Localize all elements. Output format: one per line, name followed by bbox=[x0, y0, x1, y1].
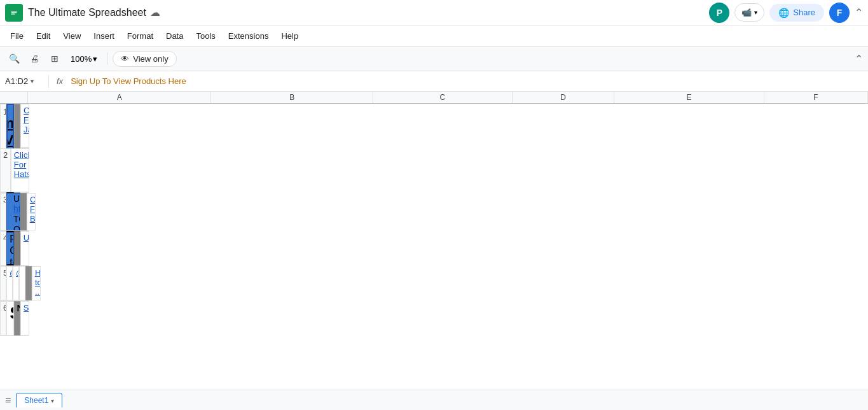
sheet-tab-sheet1[interactable]: Sheet1 ▾ bbox=[16, 393, 62, 407]
row-num-4: 4 bbox=[0, 231, 6, 265]
link-howto[interactable]: How to ... bbox=[35, 268, 41, 297]
cell-ref-dropdown[interactable]: ▾ bbox=[31, 78, 34, 85]
grid-table: 1 Sign Up To View Products Here Click Fo… bbox=[0, 104, 868, 336]
menu-format[interactable]: Format bbox=[122, 29, 158, 43]
fx-icon: fx bbox=[57, 76, 63, 86]
menu-bar: File Edit View Insert Format Data Tools … bbox=[0, 25, 868, 46]
sheet-tabs-bar: ≡ Sheet1 ▾ bbox=[0, 390, 868, 410]
meet-chevron: ▾ bbox=[754, 9, 757, 16]
row-num-2: 2 bbox=[0, 148, 11, 192]
share-label: Share bbox=[793, 8, 815, 17]
table-row: 1 Sign Up To View Products Here Click Fo… bbox=[0, 104, 29, 148]
formula-bar: A1:D2 ▾ fx Sign Up To View Products Here bbox=[0, 71, 868, 92]
eye-icon: 👁 bbox=[121, 54, 129, 64]
menu-edit[interactable]: Edit bbox=[31, 29, 55, 43]
link-su[interactable]: Su... bbox=[24, 303, 29, 313]
menu-view[interactable]: View bbox=[58, 29, 86, 43]
app-icon bbox=[5, 4, 23, 22]
cell-f1[interactable]: Click For Jackets bbox=[20, 104, 29, 148]
cell-b5c5[interactable]: @PandaBuyTrendz bbox=[13, 266, 19, 300]
row-num-6: 6 bbox=[0, 301, 6, 336]
cell-a5[interactable]: @PandaBuyTrendz bbox=[6, 266, 13, 300]
cell-f6[interactable]: Su... bbox=[20, 301, 29, 336]
user-avatar-teal[interactable]: P bbox=[709, 3, 729, 23]
pandabuy-text2: TO QC ITEMS YOURSELF FOR FREE! bbox=[13, 214, 20, 230]
meet-icon: 📹 bbox=[741, 8, 752, 17]
column-headers: A B C D E F bbox=[0, 92, 868, 104]
meet-button[interactable]: 📹 ▾ bbox=[734, 3, 764, 22]
cell-ref-text: A1:D2 bbox=[5, 76, 28, 86]
share-button[interactable]: 🌐 Share bbox=[769, 4, 824, 22]
print-button[interactable]: 🖨 bbox=[25, 50, 43, 67]
cell-a4d4: Press Control+F to find anything bbox=[6, 231, 14, 265]
menu-tools[interactable]: Tools bbox=[191, 29, 220, 43]
sheet-nav-hamburger[interactable]: ≡ bbox=[5, 395, 11, 406]
menu-file[interactable]: File bbox=[5, 29, 29, 43]
table-format-button[interactable]: ⊞ bbox=[46, 50, 64, 67]
pandabuy-text: USE bbox=[13, 194, 20, 204]
link-jackets[interactable]: Click For Jackets bbox=[24, 106, 29, 134]
doc-title: The Ultimate Spreadsheet bbox=[28, 7, 146, 18]
view-only-button[interactable]: 👁 View only bbox=[113, 51, 176, 67]
table-row: 5 @PandaBuyTrendz @PandaBuyTrendz How to… bbox=[0, 266, 29, 301]
row-num-3: 3 bbox=[0, 193, 6, 230]
col-header-e[interactable]: E bbox=[614, 92, 764, 103]
view-only-label: View only bbox=[133, 54, 168, 64]
cell-reference[interactable]: A1:D2 ▾ bbox=[5, 76, 43, 86]
cloud-icon: ☁ bbox=[150, 6, 160, 18]
top-bar: The Ultimate Spreadsheet ☁ P 📹 ▾ 🌐 Share… bbox=[0, 0, 868, 25]
cell-f4[interactable]: Ultim... bbox=[20, 231, 29, 265]
table-row: 6 Shoes/Footwear Notes Su... bbox=[0, 301, 29, 336]
col-header-d[interactable]: D bbox=[513, 92, 614, 103]
toolbar: 🔍 🖨 ⊞ 100% ▾ 👁 View only ⌃ bbox=[0, 46, 868, 71]
menu-data[interactable]: Data bbox=[161, 29, 188, 43]
col-header-f[interactable]: F bbox=[764, 92, 868, 103]
cell-f2[interactable]: Click For Hats bbox=[11, 148, 29, 192]
top-right-controls: P 📹 ▾ 🌐 Share F ⌃ bbox=[709, 3, 863, 23]
menu-help[interactable]: Help bbox=[276, 29, 303, 43]
table-row: 2 Click For Hats bbox=[0, 148, 29, 193]
table-row: 3 USE https://qc.pandabuy.com/ TO QC ITE… bbox=[0, 193, 29, 231]
col-header-c[interactable]: C bbox=[373, 92, 513, 103]
spreadsheet-grid: A B C D E F 1 Sign Up To View Products H… bbox=[0, 92, 868, 336]
sheet-tab-label: Sheet1 bbox=[24, 396, 48, 405]
menu-insert[interactable]: Insert bbox=[88, 29, 120, 43]
formula-bar-divider bbox=[48, 75, 49, 88]
collapse-button[interactable]: ⌃ bbox=[855, 6, 863, 18]
svg-rect-3 bbox=[11, 13, 15, 14]
sheet-tab-dropdown[interactable]: ▾ bbox=[51, 397, 54, 404]
corner-cell bbox=[0, 92, 28, 103]
col-header-b[interactable]: B bbox=[211, 92, 373, 103]
link-ultim[interactable]: Ultim... bbox=[24, 233, 29, 243]
zoom-selector[interactable]: 100% ▾ bbox=[66, 52, 102, 66]
zoom-value: 100% bbox=[71, 54, 92, 64]
table-row: 4 Press Control+F to find anything Ultim… bbox=[0, 231, 29, 266]
menu-extensions[interactable]: Extensions bbox=[223, 29, 274, 43]
toolbar-collapse[interactable]: ⌃ bbox=[855, 53, 863, 65]
zoom-chevron: ▾ bbox=[93, 54, 97, 64]
toolbar-divider bbox=[107, 52, 107, 65]
svg-rect-2 bbox=[11, 12, 17, 13]
row-num-5: 5 bbox=[0, 266, 6, 300]
user-avatar-green[interactable]: F bbox=[829, 3, 850, 23]
cell-f3[interactable]: Click For Belts bbox=[27, 193, 36, 230]
link-belts[interactable]: Click For Belts bbox=[30, 195, 36, 223]
cell-e4 bbox=[14, 231, 20, 265]
link-hats[interactable]: Click For Hats bbox=[14, 150, 29, 179]
col-header-a[interactable]: A bbox=[28, 92, 211, 103]
cell-e6: Notes bbox=[14, 301, 20, 336]
cell-e5 bbox=[25, 266, 32, 300]
svg-rect-1 bbox=[11, 11, 17, 11]
share-icon: 🌐 bbox=[778, 8, 789, 18]
search-button[interactable]: 🔍 bbox=[5, 50, 23, 67]
pandabuy-link[interactable]: https://qc.pandabuy.com/ bbox=[13, 204, 20, 214]
cell-a3d3: USE https://qc.pandabuy.com/ TO QC ITEMS… bbox=[6, 193, 20, 230]
cell-f5[interactable]: How to ... bbox=[32, 266, 41, 300]
cell-e3 bbox=[20, 193, 27, 230]
cell-d5 bbox=[19, 266, 25, 300]
formula-text: Sign Up To View Products Here bbox=[71, 76, 186, 86]
cell-a6d6: Shoes/Footwear bbox=[6, 301, 13, 336]
